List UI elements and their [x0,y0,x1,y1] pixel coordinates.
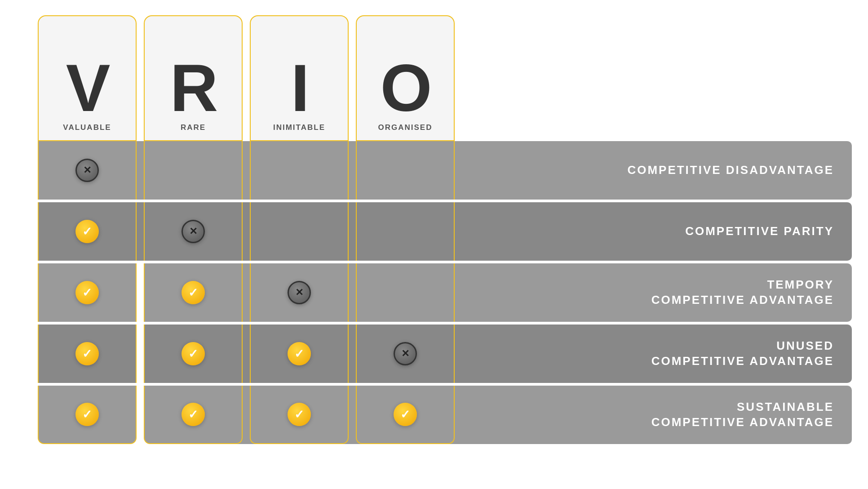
cell-row4-col3 [356,386,455,444]
cell-row2-col2 [250,263,349,322]
row-cells-4 [16,386,164,444]
header-letter-o: O [380,55,430,121]
cell-row3-col2 [250,325,349,383]
header-letter-i: I [291,55,307,121]
check-icon [75,403,99,426]
header-label-o: ORGANISED [378,123,433,132]
header-label-r: RARE [181,123,206,132]
cross-icon [288,281,311,304]
cell-row4-col2 [250,386,349,444]
header-letter-r: R [170,55,217,121]
header-label-v: VALUABLE [63,123,111,132]
data-row-1: COMPETITIVE PARITY [16,202,852,261]
check-icon [182,281,205,304]
cell-row2-col1 [144,263,243,322]
check-icon [75,220,99,243]
header-letter-v: V [66,55,109,121]
header-label-i: INIMITABLE [273,123,325,132]
cell-row3-col3 [356,325,455,383]
cell-row1-col1 [144,202,243,261]
label-text-2: TEMPORYCOMPETITIVE ADVANTAGE [651,277,834,308]
header-col-v: V VALUABLE [38,15,137,141]
data-row-0: COMPETITIVE DISADVANTAGE [16,141,852,200]
cell-row3-col1 [144,325,243,383]
cell-row4-col1 [144,386,243,444]
header-col-r: R RARE [144,15,243,141]
row-cells-3 [16,325,164,383]
cell-row1-col0 [38,202,137,261]
cell-row4-col0 [38,386,137,444]
cross-icon [394,342,417,365]
check-icon [75,281,99,304]
cell-row0-col2 [250,141,349,200]
check-icon [75,342,99,365]
cell-row1-col3 [356,202,455,261]
label-text-1: COMPETITIVE PARITY [685,224,834,239]
label-text-4: SUSTAINABLECOMPETITIVE ADVANTAGE [651,400,834,430]
cross-icon [182,220,205,243]
cell-row1-col2 [250,202,349,261]
data-row-4: SUSTAINABLECOMPETITIVE ADVANTAGE [16,386,852,444]
cell-row0-col1 [144,141,243,200]
check-icon [288,342,311,365]
cell-row2-col3 [356,263,455,322]
cross-icon [75,159,99,182]
data-row-2: TEMPORYCOMPETITIVE ADVANTAGE [16,263,852,322]
cell-row2-col0 [38,263,137,322]
cell-row3-col0 [38,325,137,383]
cell-row0-col3 [356,141,455,200]
row-cells-2 [16,263,140,322]
check-icon [182,403,205,426]
header-col-i: I INIMITABLE [250,15,349,141]
header-col-o: O ORGANISED [356,15,455,141]
check-icon [182,342,205,365]
vrio-framework: V VALUABLE R RARE I INIMITABLE O ORGANIS… [16,15,852,474]
data-rows: COMPETITIVE DISADVANTAGECOMPETITIVE PARI… [16,141,852,474]
data-row-3: UNUSEDCOMPETITIVE ADVANTAGE [16,325,852,383]
header-row: V VALUABLE R RARE I INIMITABLE O ORGANIS… [16,15,852,141]
check-icon [288,403,311,426]
label-text-0: COMPETITIVE DISADVANTAGE [627,163,834,178]
label-text-3: UNUSEDCOMPETITIVE ADVANTAGE [651,338,834,369]
cell-row0-col0 [38,141,137,200]
check-icon [394,403,417,426]
row-cells-1 [16,202,117,261]
row-cells-0 [16,141,93,200]
